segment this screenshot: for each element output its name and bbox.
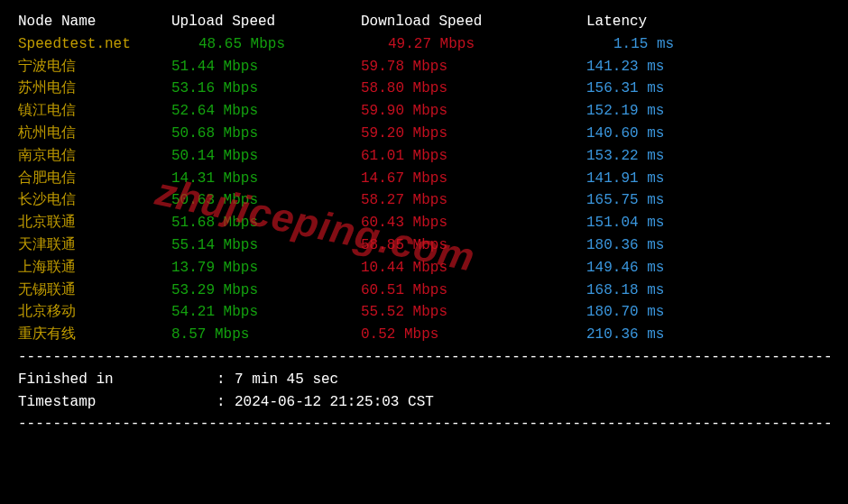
table-row: 镇江电信52.64 Mbps59.90 Mbps152.19 ms [18, 100, 830, 123]
latency-value: 168.18 ms [586, 279, 749, 302]
download-speed: 61.01 Mbps [361, 145, 586, 168]
download-speed: 60.51 Mbps [361, 279, 586, 302]
table-row: 长沙电信50.63 Mbps58.27 Mbps165.75 ms [18, 189, 830, 212]
download-speed: 58.80 Mbps [361, 78, 586, 100]
download-speed: 59.90 Mbps [361, 100, 586, 123]
node-name: 镇江电信 [18, 100, 171, 123]
node-name: 长沙电信 [18, 189, 171, 212]
node-name: 南京电信 [18, 145, 171, 168]
upload-speed: 55.14 Mbps [171, 234, 361, 257]
node-name: 上海联通 [18, 257, 171, 279]
divider-line: ----------------------------------------… [18, 346, 830, 369]
node-name: 合肥电信 [18, 168, 171, 190]
upload-speed: 8.57 Mbps [171, 324, 361, 346]
latency-value: 156.31 ms [586, 78, 749, 100]
node-name: 北京联通 [18, 212, 171, 234]
latency-value: 140.60 ms [586, 123, 749, 145]
table-row: 无锡联通53.29 Mbps60.51 Mbps168.18 ms [18, 279, 830, 302]
table-row: 北京联通51.68 Mbps60.43 Mbps151.04 ms [18, 212, 830, 234]
latency-value: 141.23 ms [586, 56, 749, 78]
header-download: Download Speed [361, 11, 586, 33]
download-speed: 58.27 Mbps [361, 189, 586, 212]
timestamp-label: Timestamp [18, 391, 217, 414]
download-speed: 49.27 Mbps [361, 33, 586, 56]
latency-value: 165.75 ms [586, 189, 749, 212]
node-name: 宁波电信 [18, 56, 171, 78]
table-row: 南京电信50.14 Mbps61.01 Mbps153.22 ms [18, 145, 830, 168]
upload-speed: 50.68 Mbps [171, 123, 361, 145]
latency-value: 180.36 ms [586, 234, 749, 257]
node-name: 北京移动 [18, 301, 171, 324]
footer-finished: Finished in : 7 min 45 sec [18, 369, 830, 391]
separator: : [217, 369, 235, 391]
header-latency: Latency [586, 11, 749, 33]
download-speed: 59.20 Mbps [361, 123, 586, 145]
latency-value: 149.46 ms [586, 257, 749, 279]
node-name: 无锡联通 [18, 279, 171, 302]
upload-speed: 51.68 Mbps [171, 212, 361, 234]
finished-label: Finished in [18, 369, 217, 391]
header-node: Node Name [18, 11, 171, 33]
timestamp-value: 2024-06-12 21:25:03 CST [235, 391, 434, 414]
latency-value: 210.36 ms [586, 324, 749, 346]
latency-value: 152.19 ms [586, 100, 749, 123]
table-row-speedtest: Speedtest.net 48.65 Mbps 49.27 Mbps 1.15… [18, 33, 830, 56]
table-row: 重庆有线8.57 Mbps0.52 Mbps210.36 ms [18, 324, 830, 346]
download-speed: 59.78 Mbps [361, 56, 586, 78]
table-row: 北京移动54.21 Mbps55.52 Mbps180.70 ms [18, 301, 830, 324]
latency-value: 151.04 ms [586, 212, 749, 234]
upload-speed: 14.31 Mbps [171, 168, 361, 190]
upload-speed: 53.29 Mbps [171, 279, 361, 302]
download-speed: 55.52 Mbps [361, 301, 586, 324]
upload-speed: 13.79 Mbps [171, 257, 361, 279]
table-row: 宁波电信51.44 Mbps59.78 Mbps141.23 ms [18, 56, 830, 78]
footer-timestamp: Timestamp : 2024-06-12 21:25:03 CST [18, 391, 830, 414]
download-speed: 14.67 Mbps [361, 168, 586, 190]
latency-value: 180.70 ms [586, 301, 749, 324]
download-speed: 60.43 Mbps [361, 212, 586, 234]
table-row: 苏州电信53.16 Mbps58.80 Mbps156.31 ms [18, 78, 830, 100]
finished-value: 7 min 45 sec [235, 369, 338, 391]
upload-speed: 48.65 Mbps [171, 33, 361, 56]
download-speed: 10.44 Mbps [361, 257, 586, 279]
node-name: 苏州电信 [18, 78, 171, 100]
node-name: 重庆有线 [18, 324, 171, 346]
table-row: 天津联通55.14 Mbps58.85 Mbps180.36 ms [18, 234, 830, 257]
table-row: 合肥电信14.31 Mbps14.67 Mbps141.91 ms [18, 168, 830, 190]
latency-value: 141.91 ms [586, 168, 749, 190]
table-header-row: Node Name Upload Speed Download Speed La… [18, 11, 830, 33]
download-speed: 0.52 Mbps [361, 324, 586, 346]
download-speed: 58.85 Mbps [361, 234, 586, 257]
latency-value: 1.15 ms [586, 33, 749, 56]
table-body: 宁波电信51.44 Mbps59.78 Mbps141.23 ms苏州电信53.… [18, 56, 830, 346]
header-upload: Upload Speed [171, 11, 361, 33]
latency-value: 153.22 ms [586, 145, 749, 168]
upload-speed: 53.16 Mbps [171, 78, 361, 100]
upload-speed: 51.44 Mbps [171, 56, 361, 78]
upload-speed: 54.21 Mbps [171, 301, 361, 324]
node-name: 杭州电信 [18, 123, 171, 145]
upload-speed: 52.64 Mbps [171, 100, 361, 123]
upload-speed: 50.14 Mbps [171, 145, 361, 168]
table-row: 杭州电信50.68 Mbps59.20 Mbps140.60 ms [18, 123, 830, 145]
node-name: 天津联通 [18, 234, 171, 257]
node-name: Speedtest.net [18, 33, 171, 56]
divider-line: ----------------------------------------… [18, 413, 830, 435]
separator: : [217, 391, 235, 414]
table-row: 上海联通13.79 Mbps10.44 Mbps149.46 ms [18, 257, 830, 279]
upload-speed: 50.63 Mbps [171, 189, 361, 212]
